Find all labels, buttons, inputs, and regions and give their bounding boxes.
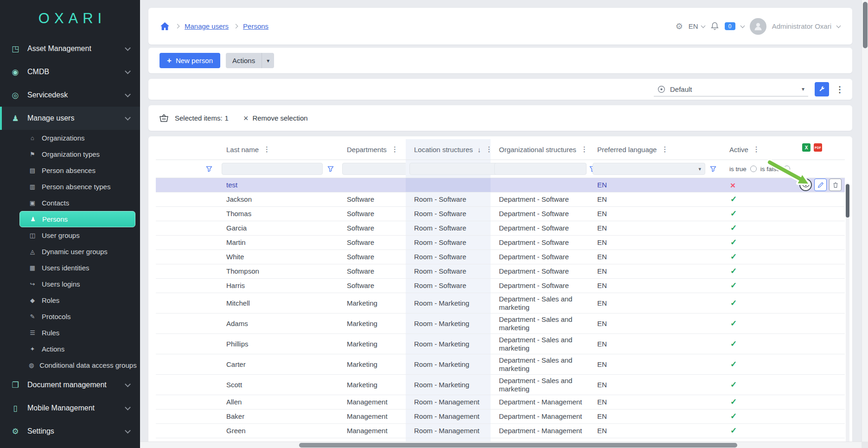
sidebar-item-mobile-management[interactable]: ▯Mobile Management: [0, 397, 140, 420]
table-row[interactable]: ThomasSoftwareRoom - SoftwareDepartment …: [156, 207, 845, 221]
filter-input-last-name[interactable]: [222, 163, 323, 175]
table-row[interactable]: ScottMarketingRoom - MarketingDepartment…: [156, 375, 845, 395]
edit-row-button[interactable]: [814, 179, 827, 191]
cell-active: ✓: [721, 192, 845, 206]
view-select[interactable]: Default ▾: [654, 82, 808, 96]
horizontal-scrollbar[interactable]: [140, 442, 862, 448]
delete-row-button[interactable]: [829, 179, 842, 191]
table-row[interactable]: testEN×: [156, 178, 845, 192]
user-menu[interactable]: Administrator Oxari: [772, 22, 831, 30]
avatar[interactable]: [750, 18, 766, 35]
filter-select-preferred-language[interactable]: ▾: [593, 163, 705, 175]
cell-department: Marketing: [338, 334, 406, 354]
excel-export-icon[interactable]: X: [802, 143, 811, 152]
language-selector[interactable]: EN: [689, 22, 705, 30]
column-header-last-name[interactable]: Last name⋮: [218, 139, 338, 160]
column-header-active[interactable]: Active⋮: [721, 139, 845, 160]
chevron-down-icon[interactable]: [740, 23, 745, 28]
sidebar-item-protocols[interactable]: ✎Protocols: [19, 308, 135, 325]
vertical-scrollbar-thumb[interactable]: [863, 2, 868, 48]
sidebar-item-dynamic-user-groups[interactable]: ◬Dynamic user groups: [19, 243, 135, 260]
cell-last-name: Thompson: [218, 264, 338, 278]
sidebar-item-document-management[interactable]: ❐Document management: [0, 373, 140, 397]
chevron-down-icon: [125, 404, 131, 410]
sidebar-item-organization-types[interactable]: ⚑Organization types: [19, 146, 135, 162]
new-person-button[interactable]: + New person: [160, 53, 220, 68]
sidebar-item-users-identities[interactable]: ▦Users identities: [19, 260, 135, 276]
sidebar-item-servicedesk[interactable]: ◎Servicedesk: [0, 83, 140, 107]
table-row[interactable]: PhillipsMarketingRoom - MarketingDepartm…: [156, 334, 845, 354]
sidebar-item-roles[interactable]: ◆Roles: [19, 292, 135, 308]
conditional-data-access-groups-icon: ◍: [29, 362, 34, 369]
breadcrumb-manage-users[interactable]: Manage users: [185, 22, 229, 30]
table-settings-button[interactable]: [815, 82, 829, 96]
table-row[interactable]: JacksonSoftwareRoom - SoftwareDepartment…: [156, 192, 845, 207]
active-check-icon: ✓: [730, 281, 737, 290]
column-header-preferred-language[interactable]: Preferred language⋮: [589, 139, 721, 160]
filter-input-organizational-structures[interactable]: [494, 163, 587, 175]
gear-icon[interactable]: ⚙: [676, 21, 683, 32]
column-menu-icon[interactable]: ⋮: [581, 145, 588, 154]
bell-icon[interactable]: [710, 22, 719, 31]
sidebar-item-actions[interactable]: ✦Actions: [19, 341, 135, 357]
filter-icon[interactable]: [204, 164, 214, 174]
table-row[interactable]: MartinSoftwareRoom - SoftwareDepartment …: [156, 236, 845, 250]
column-menu-icon[interactable]: ⋮: [391, 145, 398, 154]
view-row-button[interactable]: [799, 179, 812, 191]
cmdb-icon: ◉: [10, 67, 20, 77]
table-row[interactable]: GarciaSoftwareRoom - SoftwareDepartment …: [156, 221, 845, 236]
filter-icon[interactable]: [708, 164, 718, 174]
sidebar-item-persons[interactable]: ♟Persons: [19, 211, 135, 227]
actions-button[interactable]: Actions ▾: [226, 53, 274, 68]
chevron-right-icon: [175, 24, 180, 29]
sidebar-item-conditional-data-access-groups[interactable]: ◍Conditional data access groups: [19, 357, 135, 373]
column-menu-icon[interactable]: ⋮: [753, 145, 760, 154]
column-header-location-structures[interactable]: Location structures↓⋮: [406, 139, 491, 160]
sidebar-item-contacts[interactable]: ▣Contacts: [19, 195, 135, 211]
radio-is-false[interactable]: [784, 166, 790, 172]
more-options-icon[interactable]: ⋮: [836, 84, 844, 95]
cell-location-structure: Room - Software: [406, 250, 491, 264]
table-row[interactable]: BakerManagementRoom - ManagementDepartme…: [156, 410, 845, 424]
remove-selection-button[interactable]: × Remove selection: [243, 114, 308, 122]
cell-location-structure: Room - Software: [406, 264, 491, 278]
column-header-departments[interactable]: Departments⋮: [338, 139, 406, 160]
sidebar-item-organizations[interactable]: ⌂Organizations: [19, 130, 135, 146]
column-menu-icon[interactable]: ⋮: [263, 145, 270, 154]
chevron-down-icon[interactable]: [836, 23, 841, 28]
column-menu-icon[interactable]: ⋮: [661, 145, 668, 154]
filter-input-location-structures[interactable]: [409, 163, 502, 175]
table-row[interactable]: WhiteSoftwareRoom - SoftwareDepartment -…: [156, 250, 845, 264]
sidebar-item-person-absences[interactable]: ▤Person absences: [19, 162, 135, 179]
sidebar-item-users-logins[interactable]: ↪Users logins: [19, 276, 135, 292]
horizontal-scrollbar-thumb[interactable]: [299, 443, 737, 448]
vertical-scrollbar[interactable]: [862, 0, 868, 442]
table-row[interactable]: GreenManagementRoom - ManagementDepartme…: [156, 424, 845, 438]
table-row[interactable]: AllenManagementRoom - ManagementDepartme…: [156, 395, 845, 410]
table-scrollbar[interactable]: [846, 183, 849, 443]
table-row[interactable]: CarterMarketingRoom - MarketingDepartmen…: [156, 354, 845, 375]
sidebar-item-manage-users[interactable]: ♟Manage users: [0, 107, 140, 130]
radio-is-true[interactable]: [750, 166, 757, 172]
filter-icon[interactable]: [326, 164, 336, 174]
breadcrumb-persons[interactable]: Persons: [243, 22, 268, 30]
pdf-export-icon[interactable]: PDF: [814, 143, 822, 152]
sidebar-item-rules[interactable]: ☰Rules: [19, 325, 135, 341]
sidebar-item-label: Rules: [42, 329, 59, 337]
table-row[interactable]: ThompsonSoftwareRoom - SoftwareDepartmen…: [156, 264, 845, 279]
table-row[interactable]: MitchellMarketingRoom - MarketingDepartm…: [156, 293, 845, 314]
column-header-organizational-structures[interactable]: Organizational structures⋮: [491, 139, 589, 160]
table-scrollbar-thumb[interactable]: [846, 184, 849, 218]
cell-location-structure: Room - Management: [406, 410, 491, 423]
table-row[interactable]: AdamsMarketingRoom - MarketingDepartment…: [156, 314, 845, 334]
cell-department: Management: [338, 395, 406, 409]
sidebar-item-cmdb[interactable]: ◉CMDB: [0, 60, 140, 83]
table-row[interactable]: HarrisSoftwareRoom - SoftwareDepartment …: [156, 279, 845, 293]
sidebar-item-person-absence-types[interactable]: ▥Person absence types: [19, 179, 135, 195]
home-icon[interactable]: [160, 22, 169, 30]
sidebar-item-asset-management[interactable]: ◳Asset Management: [0, 37, 140, 60]
sidebar-item-settings[interactable]: ⚙Settings: [0, 420, 140, 443]
sort-desc-icon[interactable]: ↓: [478, 146, 481, 154]
cell-preferred-language: EN: [589, 264, 721, 278]
sidebar-item-user-groups[interactable]: ◫User groups: [19, 227, 135, 243]
